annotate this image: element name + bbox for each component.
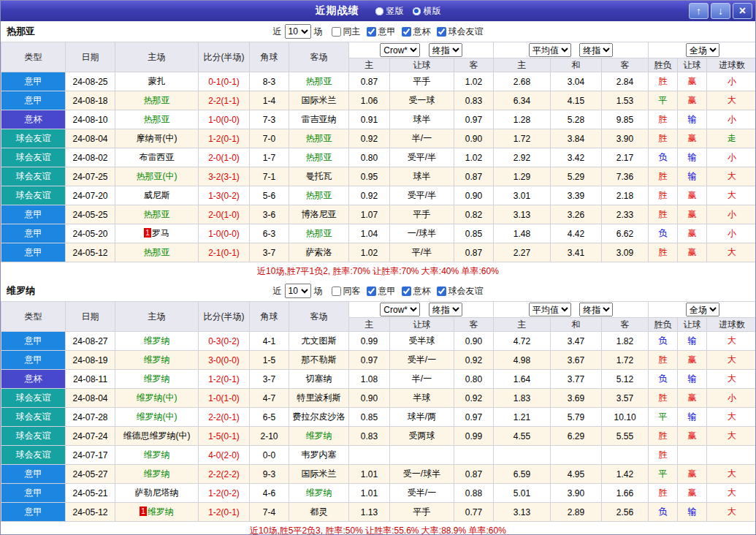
home-team-cell[interactable]: 维罗纳: [115, 446, 199, 465]
home-team-cell[interactable]: 1维罗纳: [115, 503, 199, 522]
league-type-cell: 球会友谊: [1, 389, 66, 408]
home-team-cell[interactable]: 维罗纳: [115, 332, 199, 351]
home-odds-cell: 0.92: [349, 186, 390, 205]
checkbox-input[interactable]: [332, 27, 341, 37]
window-title: 近期战绩: [316, 4, 359, 18]
score-cell: 2-2(2-2): [199, 465, 250, 484]
home-team-cell[interactable]: 维罗纳: [115, 370, 199, 389]
home-team-cell[interactable]: 热那亚: [115, 110, 199, 129]
home-team-cell[interactable]: 热那亚(中): [115, 167, 199, 186]
score-cell: 1-3(0-2): [199, 186, 250, 205]
average-select[interactable]: 平均值: [529, 43, 571, 57]
filter-checkbox[interactable]: 球会友谊: [437, 26, 484, 38]
team-name-text: 切塞纳: [306, 373, 332, 384]
match-row: 球会友谊24-07-20威尼斯1-3(0-2)5-6热那亚0.92受平/半0.9…: [1, 186, 756, 205]
home-team-cell[interactable]: 热那亚: [115, 205, 199, 224]
filter-checkbox[interactable]: 意甲: [367, 26, 396, 38]
home-team-cell[interactable]: 1罗马: [115, 224, 199, 243]
checkbox-input[interactable]: [367, 27, 376, 37]
away-team-cell[interactable]: 雷吉亚纳: [289, 110, 349, 129]
home-team-cell[interactable]: 威尼斯: [115, 186, 199, 205]
home-team-cell[interactable]: 维罗纳: [115, 351, 199, 370]
avg-home-cell: 2.68: [494, 72, 551, 91]
match-row: 球会友谊24-07-24维德思维罗纳(中)1-5(0-1)2-10维罗纳0.83…: [1, 427, 756, 446]
away-team-cell[interactable]: 国际米兰: [289, 91, 349, 110]
away-team-cell[interactable]: 国际米兰: [289, 465, 349, 484]
away-team-cell[interactable]: 热那亚: [289, 186, 349, 205]
filter-checkbox[interactable]: 意杯: [402, 285, 431, 297]
home-team-cell[interactable]: 维罗纳(中): [115, 408, 199, 427]
away-team-cell[interactable]: 费拉尔皮沙洛: [289, 408, 349, 427]
wdl-result-cell: 平: [649, 91, 678, 110]
league-type-cell: 意甲: [1, 503, 66, 522]
match-row: 意杯24-08-10热那亚1-0(0-0)7-3雷吉亚纳0.91球半0.971.…: [1, 110, 756, 129]
away-team-cell[interactable]: 那不勒斯: [289, 351, 349, 370]
checkbox-input[interactable]: [402, 27, 411, 37]
odds-company-select[interactable]: Crow*: [380, 43, 420, 57]
average-time-select[interactable]: 终指: [579, 303, 613, 316]
avg-home-cell: 1.64: [494, 370, 551, 389]
avg-home-cell: 3.13: [494, 503, 551, 522]
scope-select[interactable]: 全场: [686, 303, 719, 316]
handicap-cell: 半球: [390, 389, 454, 408]
checkbox-input[interactable]: [367, 287, 376, 296]
filter-checkbox[interactable]: 意甲: [367, 285, 396, 297]
corner-cell: 7-4: [250, 503, 289, 522]
match-count-select[interactable]: 10: [285, 24, 311, 39]
away-team-cell[interactable]: 热那亚: [289, 129, 349, 148]
home-team-cell[interactable]: 维德思维罗纳(中): [115, 427, 199, 446]
away-team-cell[interactable]: 韦罗内塞: [289, 446, 349, 465]
filter-checkbox[interactable]: 球会友谊: [437, 285, 484, 297]
home-team-cell[interactable]: 维罗纳(中): [115, 389, 199, 408]
scroll-up-button[interactable]: ↑: [689, 3, 709, 19]
goals-result-cell: 大: [707, 186, 756, 205]
team-name-text: 维德思维罗纳(中): [123, 430, 191, 441]
layout-radio-option[interactable]: 竖版: [375, 5, 404, 18]
odds-time-select[interactable]: 终指: [429, 303, 462, 316]
avg-draw-cell: 3.47: [551, 332, 602, 351]
match-row: 意甲24-05-121维罗纳1-2(0-1)7-4都灵1.13平手0.773.1…: [1, 503, 756, 522]
filter-checkbox[interactable]: 意杯: [402, 26, 431, 38]
average-select[interactable]: 平均值: [529, 303, 571, 316]
layout-radio-option[interactable]: 横版: [413, 5, 441, 18]
filter-checkbox[interactable]: 同主: [332, 26, 361, 38]
handicap-result-cell: 赢: [678, 484, 707, 503]
average-time-select[interactable]: 终指: [579, 43, 613, 57]
away-team-cell[interactable]: 热那亚: [289, 72, 349, 91]
odds-company-select[interactable]: Crow*: [380, 303, 420, 316]
home-team-cell[interactable]: 布雷西亚: [115, 148, 199, 167]
scope-select[interactable]: 全场: [686, 43, 719, 57]
close-button[interactable]: ×: [733, 3, 752, 19]
away-team-cell[interactable]: 曼托瓦: [289, 167, 349, 186]
home-team-cell[interactable]: 维罗纳: [115, 465, 199, 484]
away-team-cell[interactable]: 维罗纳: [289, 427, 349, 446]
home-team-cell[interactable]: 摩纳哥(中): [115, 129, 199, 148]
away-team-cell[interactable]: 萨索洛: [289, 243, 349, 262]
match-count-select[interactable]: 10: [285, 284, 311, 298]
wdl-result-cell: 负: [649, 370, 678, 389]
away-team-cell[interactable]: 维罗纳: [289, 484, 349, 503]
home-team-cell[interactable]: 蒙扎: [115, 72, 199, 91]
away-team-cell[interactable]: 切塞纳: [289, 370, 349, 389]
away-team-cell[interactable]: 尤文图斯: [289, 332, 349, 351]
away-team-cell[interactable]: 特里波利斯: [289, 389, 349, 408]
score-cell: 1-2(0-1): [199, 129, 250, 148]
away-team-cell[interactable]: 博洛尼亚: [289, 205, 349, 224]
checkbox-input[interactable]: [437, 27, 446, 37]
col-result-goals: 进球数: [707, 318, 756, 332]
home-team-cell[interactable]: 萨勒尼塔纳: [115, 484, 199, 503]
checkbox-input[interactable]: [332, 287, 341, 296]
checkbox-input[interactable]: [402, 287, 411, 296]
home-team-cell[interactable]: 热那亚: [115, 91, 199, 110]
odds-time-select[interactable]: 终指: [429, 43, 462, 57]
avg-draw-cell: 3.41: [551, 243, 602, 262]
away-team-cell[interactable]: 都灵: [289, 503, 349, 522]
scroll-down-button[interactable]: ↓: [711, 3, 730, 19]
home-team-cell[interactable]: 热那亚: [115, 243, 199, 262]
handicap-cell: 平手: [390, 205, 454, 224]
checkbox-input[interactable]: [437, 287, 446, 296]
away-team-cell[interactable]: 热那亚: [289, 148, 349, 167]
away-team-cell[interactable]: 热那亚: [289, 224, 349, 243]
record-summary: 近10场,胜7平1负2, 胜率:70% 让胜率:70% 大率:40% 单率:60…: [1, 262, 755, 281]
filter-checkbox[interactable]: 同客: [332, 285, 361, 297]
